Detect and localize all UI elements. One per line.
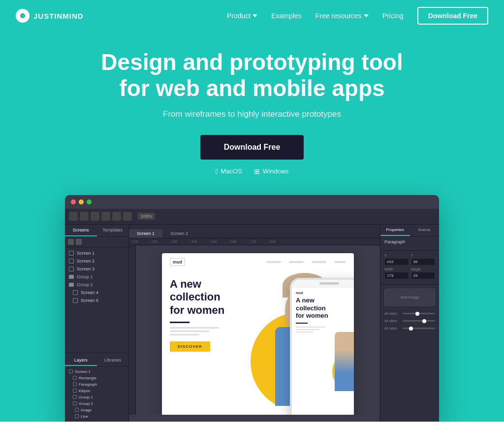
tab-properties[interactable]: Properties: [380, 225, 410, 236]
props-slider-thumb[interactable]: [409, 327, 413, 331]
layer-image[interactable]: Image: [65, 407, 128, 413]
tab-layers[interactable]: Layers: [65, 355, 97, 366]
proto-line: [170, 331, 209, 332]
tool-arrow[interactable]: [69, 212, 78, 221]
ruler-mark: 300: [170, 240, 190, 243]
macos-badge:  MacOS: [215, 167, 242, 175]
canvas-tab-1[interactable]: Screen 1: [129, 229, 162, 238]
windows-badge: ⊞ Windows: [254, 167, 289, 175]
proto-nav-dot: [289, 261, 304, 263]
sidebar-screen-1[interactable]: Screen 1: [65, 249, 128, 257]
vertical-ruler: [129, 245, 136, 415]
sidebar-screen-tabs: Screens Templates: [65, 225, 128, 237]
props-h-field: Height 39: [411, 267, 436, 279]
props-slider-label: All sides: [384, 312, 401, 315]
proto-nav-dot: [334, 261, 346, 263]
ruler-mark: 700: [249, 240, 269, 243]
props-slider-track[interactable]: [403, 320, 435, 322]
hero-title: Design and prototyping tool for web and …: [101, 49, 403, 101]
props-y-value[interactable]: 98: [411, 258, 436, 265]
nav-examples[interactable]: Examples: [271, 12, 301, 20]
proto-nav: [266, 261, 346, 263]
apple-icon: : [215, 167, 218, 175]
tab-screens[interactable]: Screens: [65, 225, 97, 236]
nav-product[interactable]: Product: [227, 12, 257, 20]
hero-section: Design and prototyping tool for web and …: [0, 0, 504, 422]
sidebar-screen-2[interactable]: Screen 2: [65, 257, 128, 265]
grid-view-icon[interactable]: [76, 239, 82, 245]
hero-subtitle: From wireframes to highly interactive pr…: [163, 109, 341, 119]
layers-tabs: Layers Libraries: [65, 355, 128, 366]
minimize-dot: [79, 199, 84, 204]
props-wh-row: Width 179 Height 39: [384, 267, 435, 279]
props-slider-track[interactable]: [403, 328, 435, 329]
screen-list: Screen 1 Screen 2 Screen 3 Group 1: [65, 247, 128, 351]
tool-more[interactable]: [123, 212, 132, 221]
tool-image[interactable]: [112, 212, 121, 221]
layer-screen1[interactable]: Screen 1: [65, 368, 128, 375]
phone-header: mud: [296, 291, 354, 295]
proto-header: mud: [162, 253, 354, 268]
props-section-coords: X 433 Y 98 Width 179: [380, 251, 439, 285]
layer-group1[interactable]: Group 1: [65, 394, 128, 400]
props-slider-track[interactable]: [403, 313, 435, 314]
props-slider-2: All sides: [380, 317, 439, 325]
sidebar-toolbar: [65, 237, 128, 247]
props-x-label: X: [384, 254, 409, 257]
os-badges:  MacOS ⊞ Windows: [215, 167, 288, 175]
ruler-mark: 100: [131, 240, 151, 243]
canvas-tab-2[interactable]: Screen 2: [162, 229, 196, 238]
sidebar-group-2[interactable]: Group 2: [65, 281, 128, 289]
layer-rect[interactable]: Rectangle: [65, 375, 128, 381]
props-slider-thumb[interactable]: [415, 312, 419, 316]
layer-para[interactable]: Paragraph: [65, 381, 128, 388]
layer-ellipse[interactable]: Ellipse: [65, 388, 128, 394]
canvas-tabs: Screen 1 Screen 2: [129, 225, 380, 238]
horizontal-ruler: 100 200 300 400 500 600 700 800: [129, 238, 380, 245]
ruler-mark: 500: [210, 240, 229, 243]
tool-text[interactable]: [101, 212, 110, 221]
nav-resources[interactable]: Free resources: [315, 12, 369, 20]
sidebar-screen-3[interactable]: Screen 3: [65, 265, 128, 273]
zoom-level[interactable]: 100%: [138, 213, 155, 220]
sidebar-screen-4[interactable]: Screen 4: [65, 289, 128, 297]
ruler-mark: 800: [269, 240, 288, 243]
add-screen-icon[interactable]: [68, 239, 74, 245]
props-h-value[interactable]: 39: [411, 272, 436, 279]
ruler-mark: 600: [229, 240, 249, 243]
tool-circle[interactable]: [91, 212, 99, 221]
maximize-dot: [87, 199, 92, 204]
app-screenshot-area: 100% Screens Templates: [16, 191, 488, 422]
phone-underline: [296, 323, 308, 324]
phone-mockup: mud A new: [290, 278, 354, 415]
layer-group2[interactable]: Group 2: [65, 400, 128, 407]
tab-events[interactable]: Events: [410, 225, 440, 236]
layers-list: Screen 1 Rectangle Paragraph Ellips: [65, 366, 128, 422]
logo[interactable]: JUSTINMIND: [16, 9, 84, 23]
logo-icon: [16, 9, 30, 23]
sidebar-screen-5[interactable]: Screen 5: [65, 297, 128, 304]
sidebar-group-1[interactable]: Group 1: [65, 273, 128, 281]
proto-cta[interactable]: DISCOVER: [170, 341, 210, 352]
close-dot: [71, 199, 76, 204]
props-xy-row: X 433 Y 98: [384, 254, 435, 265]
layer-line[interactable]: Line: [65, 413, 128, 420]
tool-rect[interactable]: [80, 212, 89, 221]
proto-underline: [170, 322, 189, 323]
tab-libraries[interactable]: Libraries: [97, 355, 129, 366]
phone-content: mud A new: [292, 288, 354, 415]
hero-download-button[interactable]: Download Free: [200, 135, 304, 160]
props-slider-thumb[interactable]: [422, 319, 426, 323]
sidebar-left: Screens Templates Screen 1: [65, 225, 129, 422]
canvas-inner[interactable]: mud: [136, 245, 380, 415]
phone-notch-bar: [319, 282, 339, 285]
nav-download-free-button[interactable]: Download Free: [417, 7, 488, 25]
nav-pricing[interactable]: Pricing: [382, 12, 404, 20]
add-image-button[interactable]: Add image: [384, 289, 435, 306]
props-w-value[interactable]: 179: [384, 272, 409, 279]
props-x-value[interactable]: 433: [384, 258, 409, 265]
windows-icon: ⊞: [254, 167, 260, 175]
tab-templates[interactable]: Templates: [97, 225, 129, 236]
content-area: [0, 422, 504, 431]
props-y-label: Y: [411, 254, 436, 257]
